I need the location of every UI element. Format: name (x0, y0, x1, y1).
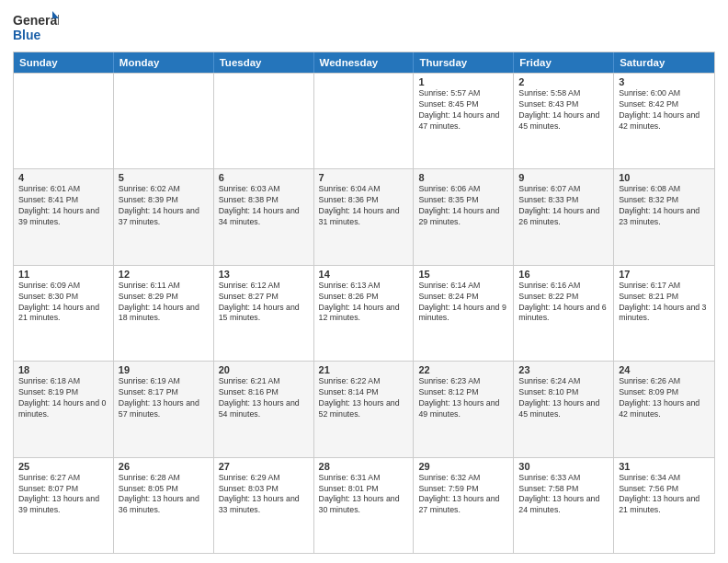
calendar-cell (114, 74, 214, 168)
calendar-cell: 3Sunrise: 6:00 AM Sunset: 8:42 PM Daylig… (614, 74, 714, 168)
day-number: 12 (119, 269, 209, 280)
day-info: Sunrise: 6:27 AM Sunset: 8:07 PM Dayligh… (18, 473, 108, 517)
day-info: Sunrise: 6:08 AM Sunset: 8:32 PM Dayligh… (619, 184, 710, 228)
logo: GeneralBlue (13, 9, 59, 46)
day-number: 11 (18, 269, 108, 280)
day-number: 21 (319, 364, 409, 375)
day-number: 8 (418, 172, 508, 183)
svg-text:Blue: Blue (13, 28, 41, 42)
day-info: Sunrise: 6:21 AM Sunset: 8:16 PM Dayligh… (219, 376, 309, 420)
day-info: Sunrise: 6:04 AM Sunset: 8:36 PM Dayligh… (319, 184, 409, 228)
calendar-row: 18Sunrise: 6:18 AM Sunset: 8:19 PM Dayli… (14, 361, 714, 456)
calendar-cell: 14Sunrise: 6:13 AM Sunset: 8:26 PM Dayli… (314, 266, 415, 361)
day-number: 23 (518, 364, 609, 375)
day-number: 10 (619, 172, 710, 183)
day-info: Sunrise: 6:18 AM Sunset: 8:19 PM Dayligh… (18, 376, 108, 420)
calendar-cell: 6Sunrise: 6:03 AM Sunset: 8:38 PM Daylig… (214, 169, 314, 264)
calendar-cell: 30Sunrise: 6:33 AM Sunset: 7:58 PM Dayli… (514, 458, 614, 553)
day-number: 31 (619, 461, 710, 472)
calendar-cell: 18Sunrise: 6:18 AM Sunset: 8:19 PM Dayli… (14, 362, 114, 456)
day-number: 24 (619, 364, 710, 375)
calendar-cell: 25Sunrise: 6:27 AM Sunset: 8:07 PM Dayli… (14, 458, 114, 553)
calendar-cell: 2Sunrise: 5:58 AM Sunset: 8:43 PM Daylig… (514, 74, 614, 168)
day-number: 18 (18, 364, 108, 375)
day-info: Sunrise: 6:28 AM Sunset: 8:05 PM Dayligh… (119, 473, 209, 517)
day-info: Sunrise: 6:31 AM Sunset: 8:01 PM Dayligh… (319, 473, 409, 517)
day-number: 5 (119, 172, 209, 183)
day-number: 4 (18, 172, 108, 183)
day-info: Sunrise: 6:01 AM Sunset: 8:41 PM Dayligh… (18, 184, 108, 228)
calendar-cell: 10Sunrise: 6:08 AM Sunset: 8:32 PM Dayli… (614, 169, 714, 264)
day-number: 13 (219, 269, 309, 280)
calendar-cell: 11Sunrise: 6:09 AM Sunset: 8:30 PM Dayli… (14, 266, 114, 361)
logo-svg: GeneralBlue (13, 9, 59, 46)
day-number: 16 (518, 269, 609, 280)
day-number: 6 (219, 172, 309, 183)
svg-text:General: General (13, 13, 59, 28)
day-number: 30 (518, 461, 609, 472)
day-info: Sunrise: 6:32 AM Sunset: 7:59 PM Dayligh… (418, 473, 508, 517)
day-info: Sunrise: 6:22 AM Sunset: 8:14 PM Dayligh… (319, 376, 409, 420)
day-number: 9 (518, 172, 609, 183)
calendar-cell: 28Sunrise: 6:31 AM Sunset: 8:01 PM Dayli… (314, 458, 415, 553)
day-number: 14 (319, 269, 409, 280)
calendar-cell: 27Sunrise: 6:29 AM Sunset: 8:03 PM Dayli… (214, 458, 314, 553)
calendar-cell: 20Sunrise: 6:21 AM Sunset: 8:16 PM Dayli… (214, 362, 314, 456)
calendar-cell: 15Sunrise: 6:14 AM Sunset: 8:24 PM Dayli… (414, 266, 514, 361)
calendar-cell: 12Sunrise: 6:11 AM Sunset: 8:29 PM Dayli… (114, 266, 214, 361)
calendar-cell: 1Sunrise: 5:57 AM Sunset: 8:45 PM Daylig… (414, 74, 514, 168)
calendar-cell: 19Sunrise: 6:19 AM Sunset: 8:17 PM Dayli… (114, 362, 214, 456)
calendar-row: 4Sunrise: 6:01 AM Sunset: 8:41 PM Daylig… (14, 168, 714, 264)
calendar: SundayMondayTuesdayWednesdayThursdayFrid… (13, 52, 715, 554)
calendar-cell: 13Sunrise: 6:12 AM Sunset: 8:27 PM Dayli… (214, 266, 314, 361)
day-info: Sunrise: 6:09 AM Sunset: 8:30 PM Dayligh… (18, 281, 108, 325)
calendar-cell: 5Sunrise: 6:02 AM Sunset: 8:39 PM Daylig… (114, 169, 214, 264)
calendar-cell: 31Sunrise: 6:34 AM Sunset: 7:56 PM Dayli… (614, 458, 714, 553)
day-info: Sunrise: 6:12 AM Sunset: 8:27 PM Dayligh… (219, 281, 309, 325)
calendar-cell: 24Sunrise: 6:26 AM Sunset: 8:09 PM Dayli… (614, 362, 714, 456)
calendar-cell: 8Sunrise: 6:06 AM Sunset: 8:35 PM Daylig… (414, 169, 514, 264)
day-info: Sunrise: 6:02 AM Sunset: 8:39 PM Dayligh… (119, 184, 209, 228)
calendar-cell: 23Sunrise: 6:24 AM Sunset: 8:10 PM Dayli… (514, 362, 614, 456)
calendar-cell: 4Sunrise: 6:01 AM Sunset: 8:41 PM Daylig… (14, 169, 114, 264)
day-number: 15 (418, 269, 508, 280)
day-info: Sunrise: 6:11 AM Sunset: 8:29 PM Dayligh… (119, 281, 209, 325)
day-number: 28 (319, 461, 409, 472)
day-info: Sunrise: 6:29 AM Sunset: 8:03 PM Dayligh… (219, 473, 309, 517)
day-number: 7 (319, 172, 409, 183)
day-number: 29 (418, 461, 508, 472)
day-info: Sunrise: 6:34 AM Sunset: 7:56 PM Dayligh… (619, 473, 710, 517)
calendar-cell: 21Sunrise: 6:22 AM Sunset: 8:14 PM Dayli… (314, 362, 415, 456)
calendar-cell: 29Sunrise: 6:32 AM Sunset: 7:59 PM Dayli… (414, 458, 514, 553)
day-info: Sunrise: 6:07 AM Sunset: 8:33 PM Dayligh… (518, 184, 609, 228)
day-info: Sunrise: 6:17 AM Sunset: 8:21 PM Dayligh… (619, 281, 710, 325)
day-number: 26 (119, 461, 209, 472)
day-info: Sunrise: 6:00 AM Sunset: 8:42 PM Dayligh… (619, 88, 710, 132)
calendar-row: 25Sunrise: 6:27 AM Sunset: 8:07 PM Dayli… (14, 457, 714, 553)
day-info: Sunrise: 5:57 AM Sunset: 8:45 PM Dayligh… (418, 88, 508, 132)
calendar-cell: 7Sunrise: 6:04 AM Sunset: 8:36 PM Daylig… (314, 169, 415, 264)
day-info: Sunrise: 6:16 AM Sunset: 8:22 PM Dayligh… (518, 281, 609, 325)
day-number: 20 (219, 364, 309, 375)
calendar-header: SundayMondayTuesdayWednesdayThursdayFrid… (14, 52, 714, 73)
day-info: Sunrise: 6:14 AM Sunset: 8:24 PM Dayligh… (418, 281, 508, 325)
calendar-cell (314, 74, 415, 168)
day-info: Sunrise: 6:03 AM Sunset: 8:38 PM Dayligh… (219, 184, 309, 228)
calendar-cell: 22Sunrise: 6:23 AM Sunset: 8:12 PM Dayli… (414, 362, 514, 456)
day-info: Sunrise: 6:19 AM Sunset: 8:17 PM Dayligh… (119, 376, 209, 420)
calendar-header-cell: Tuesday (214, 52, 314, 73)
calendar-header-cell: Monday (114, 52, 214, 73)
day-number: 19 (119, 364, 209, 375)
day-number: 27 (219, 461, 309, 472)
day-number: 3 (619, 76, 710, 87)
calendar-row: 11Sunrise: 6:09 AM Sunset: 8:30 PM Dayli… (14, 265, 714, 361)
day-number: 2 (518, 76, 609, 87)
day-info: Sunrise: 6:33 AM Sunset: 7:58 PM Dayligh… (518, 473, 609, 517)
calendar-header-cell: Sunday (14, 52, 114, 73)
day-info: Sunrise: 6:24 AM Sunset: 8:10 PM Dayligh… (518, 376, 609, 420)
calendar-header-cell: Saturday (614, 52, 714, 73)
calendar-header-cell: Thursday (414, 52, 514, 73)
day-info: Sunrise: 6:23 AM Sunset: 8:12 PM Dayligh… (418, 376, 508, 420)
calendar-header-cell: Friday (514, 52, 614, 73)
calendar-cell (14, 74, 114, 168)
